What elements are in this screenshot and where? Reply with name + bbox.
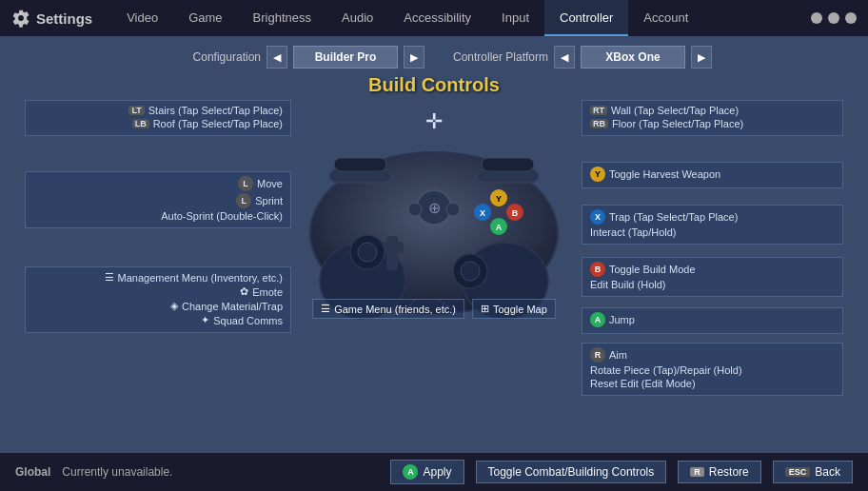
platform-label: Controller Platform [444, 50, 548, 64]
config-prev-button[interactable]: ◀ [266, 46, 287, 69]
app-logo: Settings [11, 9, 92, 28]
toggle-controls-label: Toggle Combat/Building Controls [488, 465, 655, 479]
svg-text:A: A [496, 223, 503, 232]
controller-image: ✛ [291, 109, 577, 319]
svg-point-23 [446, 203, 460, 216]
wall-label: RT Wall (Tap Select/Tap Place) [590, 105, 835, 116]
build-controls-title: Build Controls [15, 74, 853, 96]
reset-edit-label: Reset Edit (Edit Mode) [590, 378, 835, 389]
stairs-roof-box: LT Stairs (Tap Select/Tap Place) LB Roof… [25, 100, 291, 136]
header: Settings Video Game Brightness Audio Acc… [0, 0, 868, 36]
close-button[interactable] [845, 12, 857, 24]
restore-label: Restore [709, 465, 749, 479]
apply-label: Apply [423, 465, 451, 479]
svg-text:⊕: ⊕ [428, 200, 441, 216]
material-label: ◈ Change Material/Trap [33, 300, 283, 312]
tab-accessibility[interactable]: Accessibility [388, 0, 486, 36]
svg-rect-6 [482, 158, 534, 171]
tab-video[interactable]: Video [111, 0, 173, 36]
tab-account[interactable]: Account [628, 0, 703, 36]
footer-global-label: Global [15, 465, 50, 479]
platform-next-button[interactable]: ▶ [691, 46, 712, 69]
footer-status: Currently unavailable. [62, 465, 172, 479]
wall-floor-box: RT Wall (Tap Select/Tap Place) RB Floor … [582, 100, 843, 136]
bottom-labels: ☰ Game Menu (friends, etc.) ⊞ Toggle Map [312, 299, 556, 319]
svg-rect-5 [334, 158, 386, 171]
controller-svg: ⊕ A B X Y [291, 124, 577, 324]
controller-area: LT Stairs (Tap Select/Tap Place) LB Roof… [15, 100, 853, 404]
back-button[interactable]: ESC Back [773, 461, 853, 483]
apply-badge: A [403, 464, 418, 480]
toggle-build-label: B Toggle Build Mode [590, 262, 835, 277]
svg-point-14 [461, 262, 480, 281]
svg-point-24 [408, 203, 422, 216]
window-controls [811, 12, 857, 24]
aim-label: R Aim [590, 347, 835, 363]
platform-row: Controller Platform ◀ XBox One ▶ [444, 46, 712, 69]
footer: Global Currently unavailable. A Apply To… [0, 453, 868, 491]
interact-label: Interact (Tap/Hold) [590, 226, 835, 238]
configuration-label: Configuration [156, 50, 261, 64]
a-btn-box: A Jump [582, 307, 843, 334]
apply-button[interactable]: A Apply [390, 460, 464, 484]
minimize-button[interactable] [811, 12, 822, 24]
svg-text:X: X [480, 208, 485, 218]
stairs-label: LT Stairs (Tap Select/Tap Place) [33, 105, 283, 116]
emote-label: ✿ Emote [33, 285, 283, 298]
tab-audio[interactable]: Audio [326, 0, 388, 36]
sprint-label: L Sprint [33, 193, 283, 208]
platform-prev-button[interactable]: ◀ [554, 46, 575, 69]
configuration-value: Builder Pro [293, 46, 398, 69]
auto-sprint-label: Auto-Sprint (Double-Click) [33, 210, 283, 222]
toggle-harvest-label: Y Toggle Harvest Weapon [590, 167, 835, 182]
svg-text:Y: Y [496, 194, 502, 204]
tab-brightness[interactable]: Brightness [238, 0, 326, 36]
svg-text:B: B [512, 208, 519, 218]
back-badge: ESC [785, 467, 811, 477]
left-labels-panel: LT Stairs (Tap Select/Tap Place) LB Roof… [15, 100, 301, 404]
svg-point-12 [358, 243, 377, 262]
restore-button[interactable]: R Restore [678, 461, 761, 483]
maximize-button[interactable] [828, 12, 839, 24]
configuration-row: Configuration ◀ Builder Pro ▶ [156, 46, 424, 69]
b-btn-box: B Toggle Build Mode Edit Build (Hold) [582, 257, 843, 297]
roof-label: LB Roof (Tap Select/Tap Place) [33, 118, 283, 129]
main-content: Configuration ◀ Builder Pro ▶ Controller… [0, 36, 868, 453]
jump-label: A Jump [590, 312, 835, 327]
trap-label: X Trap (Tap Select/Tap Place) [590, 209, 835, 225]
config-next-button[interactable]: ▶ [404, 46, 424, 69]
nav-tabs: Video Game Brightness Audio Accessibilit… [111, 0, 811, 36]
app-title: Settings [36, 10, 92, 27]
back-label: Back [815, 465, 840, 479]
x-btn-box: X Trap (Tap Select/Tap Place) Interact (… [582, 205, 843, 245]
tab-input[interactable]: Input [486, 0, 544, 36]
game-menu-label: ☰ Game Menu (friends, etc.) [312, 299, 464, 319]
r-btn-box: R Aim Rotate Piece (Tap)/Repair (Hold) R… [582, 343, 843, 396]
floor-label: RB Floor (Tap Select/Tap Place) [590, 118, 835, 129]
management-label: ☰ Management Menu (Inventory, etc.) [33, 271, 283, 284]
platform-value: XBox One [581, 46, 685, 69]
squad-label: ✦ Squad Comms [33, 314, 283, 326]
menu-emote-box: ☰ Management Menu (Inventory, etc.) ✿ Em… [25, 266, 291, 333]
move-label: L Move [33, 176, 283, 191]
restore-badge: R [690, 467, 704, 477]
tab-game[interactable]: Game [173, 0, 237, 36]
move-sprint-box: L Move L Sprint Auto-Sprint (Double-Clic… [25, 171, 291, 228]
config-area: Configuration ◀ Builder Pro ▶ Controller… [15, 46, 853, 69]
tab-controller[interactable]: Controller [544, 0, 628, 36]
toggle-map-label: ⊞ Toggle Map [472, 299, 556, 319]
y-btn-box: Y Toggle Harvest Weapon [582, 162, 843, 188]
gear-icon [11, 9, 30, 28]
rotate-label: Rotate Piece (Tap)/Repair (Hold) [590, 364, 835, 376]
edit-build-label: Edit Build (Hold) [590, 279, 835, 290]
right-labels-panel: RT Wall (Tap Select/Tap Place) RB Floor … [582, 100, 853, 404]
toggle-controls-button[interactable]: Toggle Combat/Building Controls [476, 461, 667, 483]
